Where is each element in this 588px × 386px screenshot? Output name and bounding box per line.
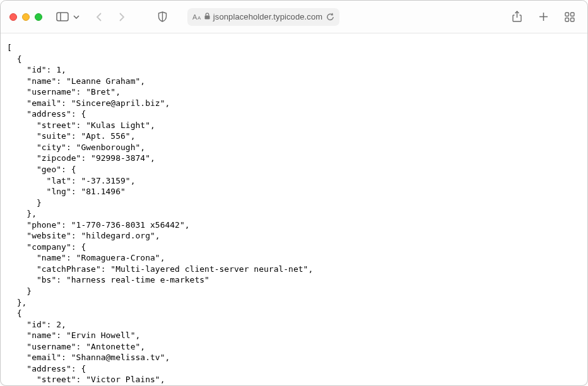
address-bar[interactable]: A A jsonplaceholder.typicode.com	[187, 8, 339, 26]
svg-rect-5	[204, 16, 209, 20]
chevron-left-icon	[96, 12, 102, 22]
safari-window: A A jsonplaceholder.typicode.com	[0, 0, 588, 386]
tab-group-menu-button[interactable]	[71, 9, 81, 25]
address-bar-content: jsonplaceholder.typicode.com	[204, 12, 322, 21]
svg-rect-0	[57, 13, 68, 21]
reader-format-button[interactable]: A A	[192, 13, 203, 21]
share-icon	[512, 11, 522, 23]
url-text: jsonplaceholder.typicode.com	[213, 12, 322, 21]
reload-button[interactable]	[326, 13, 334, 21]
page-content: [ { "id": 1, "name": "Leanne Graham", "u…	[1, 33, 587, 385]
svg-rect-11	[565, 18, 569, 21]
svg-text:A: A	[192, 13, 197, 21]
close-window-button[interactable]	[9, 13, 17, 21]
svg-text:A: A	[197, 15, 201, 21]
back-button[interactable]	[90, 9, 108, 25]
toolbar: A A jsonplaceholder.typicode.com	[1, 1, 587, 33]
sidebar-icon	[56, 12, 69, 21]
share-button[interactable]	[508, 9, 526, 25]
plus-icon	[539, 12, 548, 21]
fullscreen-window-button[interactable]	[35, 13, 42, 21]
window-controls	[9, 13, 42, 21]
forward-button[interactable]	[113, 9, 131, 25]
reload-icon	[326, 13, 334, 21]
minimize-window-button[interactable]	[22, 13, 30, 21]
json-response-body[interactable]: [ { "id": 1, "name": "Leanne Graham", "u…	[7, 42, 581, 385]
lock-icon	[204, 12, 210, 21]
grid-icon	[565, 12, 575, 22]
svg-rect-12	[571, 18, 575, 21]
new-tab-button[interactable]	[534, 9, 552, 25]
privacy-report-button[interactable]	[153, 9, 171, 25]
chevron-down-icon	[73, 15, 79, 19]
svg-rect-10	[571, 13, 575, 16]
text-format-icon: A A	[192, 13, 203, 21]
chevron-right-icon	[119, 12, 125, 22]
sidebar-toggle-button[interactable]	[54, 9, 71, 25]
tab-overview-button[interactable]	[561, 9, 579, 25]
svg-rect-9	[565, 13, 569, 16]
shield-icon	[158, 11, 167, 22]
